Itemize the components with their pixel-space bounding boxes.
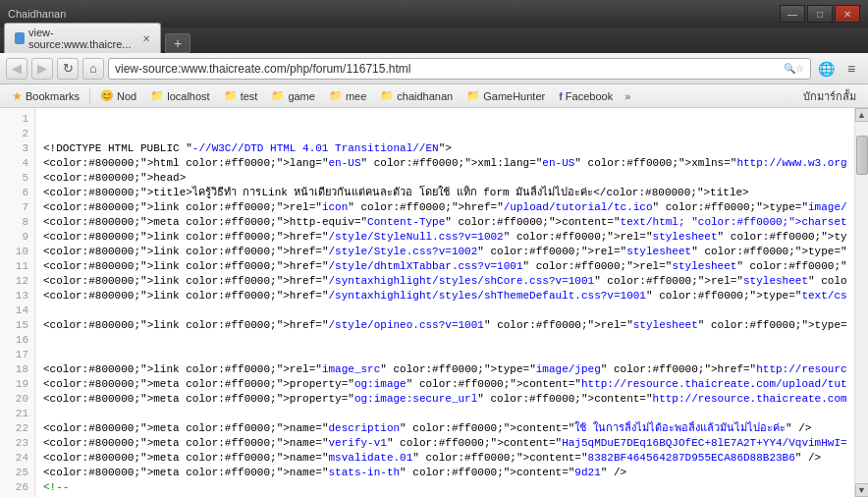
code-line: <color:#800000;">head> (43, 171, 846, 186)
code-line: <color:#800000;">link color:#ff0000;">hr… (43, 289, 846, 304)
code-line (43, 348, 846, 362)
folder-icon: 📁 (329, 89, 343, 102)
bookmarks-bar: ★ Bookmarks 😊 Nod 📁 localhost 📁 test 📁 g… (0, 84, 868, 108)
scrollbar[interactable]: ▲ ▼ (854, 108, 868, 497)
back-button[interactable]: ◀ (6, 58, 27, 80)
bookmark-test[interactable]: 📁 test (218, 87, 264, 104)
code-line: <color:#800000;">meta color:#ff0000;">pr… (43, 392, 846, 407)
source-code[interactable]: <!DOCTYPE HTML PUBLIC "-//W3C//DTD HTML … (35, 108, 854, 497)
code-line: <color:#800000;">link color:#ff0000;">hr… (43, 318, 846, 333)
code-line: <color:#800000;">meta color:#ff0000;">na… (43, 436, 846, 451)
code-line: <color:#800000;">link color:#ff0000;">hr… (43, 245, 846, 259)
code-line: <color:#800000;">meta color:#ff0000;">ht… (43, 215, 846, 230)
search-icon[interactable]: 🔍 (784, 63, 795, 74)
code-line: <color:#800000;">link color:#ff0000;">hr… (43, 259, 846, 274)
facebook-icon: f (559, 90, 563, 102)
tab-icon (15, 32, 25, 44)
maximize-button[interactable]: □ (807, 5, 833, 23)
scroll-up-button[interactable]: ▲ (855, 108, 869, 122)
navigation-bar: ◀ ▶ ↻ ⌂ view-source:www.thaicreate.com/p… (0, 53, 868, 84)
forward-button[interactable]: ▶ (31, 58, 53, 80)
folder-icon: 📁 (466, 89, 480, 102)
minimize-button[interactable]: — (780, 5, 805, 23)
star-icon[interactable]: ☆ (795, 63, 804, 74)
active-tab[interactable]: view-source:www.thaicre... ✕ (4, 23, 161, 53)
title-bar-title: Chaidhanan (8, 8, 66, 20)
code-line: <!DOCTYPE HTML PUBLIC "-//W3C//DTD HTML … (43, 141, 846, 156)
content-area: 1234567891011121314151617181920212223242… (0, 108, 868, 497)
folder-icon: 📁 (224, 89, 238, 102)
code-line: <color:#800000;">meta color:#ff0000;">na… (43, 451, 846, 466)
close-button[interactable]: ✕ (835, 5, 860, 23)
line-numbers: 1234567891011121314151617181920212223242… (0, 108, 35, 497)
code-line (43, 304, 846, 318)
home-button[interactable]: ⌂ (82, 58, 104, 80)
star-icon: ★ (12, 89, 23, 103)
tab-label: view-source:www.thaicre... (28, 27, 135, 50)
title-bar-controls: — □ ✕ (780, 5, 860, 23)
new-tab-button[interactable]: + (165, 33, 190, 53)
nod-icon: 😊 (100, 89, 114, 102)
menu-icon[interactable]: ≡ (841, 58, 862, 80)
bookmarks-more-button[interactable]: » (621, 88, 634, 104)
tab-close-icon[interactable]: ✕ (142, 33, 150, 44)
code-line: <color:#800000;">link color:#ff0000;">re… (43, 362, 846, 377)
bookmarks-label: ★ Bookmarks (6, 87, 85, 105)
folder-icon: 📁 (150, 89, 164, 102)
code-line: <color:#800000;">title>ไครู้วิธีทำ การLi… (43, 186, 846, 200)
bookmark-facebook[interactable]: f Facebook (553, 88, 619, 104)
code-line: <color:#800000;">link color:#ff0000;">re… (43, 200, 846, 215)
tab-bar: view-source:www.thaicre... ✕ + (0, 28, 868, 53)
bookmark-game[interactable]: 📁 game (265, 87, 321, 104)
code-line: <color:#800000;">link color:#ff0000;">hr… (43, 230, 846, 245)
bookmarks-user-label: บักมาร์กลั้ม (797, 85, 862, 107)
folder-icon: 📁 (380, 89, 394, 102)
scroll-thumb[interactable] (856, 136, 868, 175)
code-line (43, 127, 846, 141)
folder-icon: 📁 (271, 89, 285, 102)
bookmark-mee[interactable]: 📁 mee (323, 87, 372, 104)
globe-icon[interactable]: 🌐 (815, 58, 837, 80)
code-line: <!-- (43, 480, 846, 495)
code-line: <color:#800000;">meta color:#ff0000;">na… (43, 421, 846, 436)
code-line: <color:#800000;">link color:#ff0000;">hr… (43, 274, 846, 289)
address-text: view-source:www.thaicreate.com/php/forum… (115, 62, 784, 76)
code-line: <color:#800000;">meta color:#ff0000;">pr… (43, 377, 846, 392)
code-line: <color:#800000;">html color:#ff0000;">la… (43, 156, 846, 171)
code-line (43, 333, 846, 348)
separator (89, 88, 90, 104)
bookmark-chaidhanan[interactable]: 📁 chaidhanan (374, 87, 459, 104)
scroll-down-button[interactable]: ▼ (855, 483, 869, 497)
bookmark-localhost[interactable]: 📁 localhost (144, 87, 215, 104)
bookmark-gamehunter[interactable]: 📁 GameHunter (461, 87, 551, 104)
reload-button[interactable]: ↻ (57, 58, 79, 80)
code-line (43, 112, 846, 127)
code-line (43, 407, 846, 421)
bookmark-nod[interactable]: 😊 Nod (94, 87, 142, 104)
title-bar-left: Chaidhanan (8, 8, 66, 20)
address-bar[interactable]: view-source:www.thaicreate.com/php/forum… (108, 58, 811, 80)
code-line: <color:#800000;">meta color:#ff0000;">na… (43, 466, 846, 480)
